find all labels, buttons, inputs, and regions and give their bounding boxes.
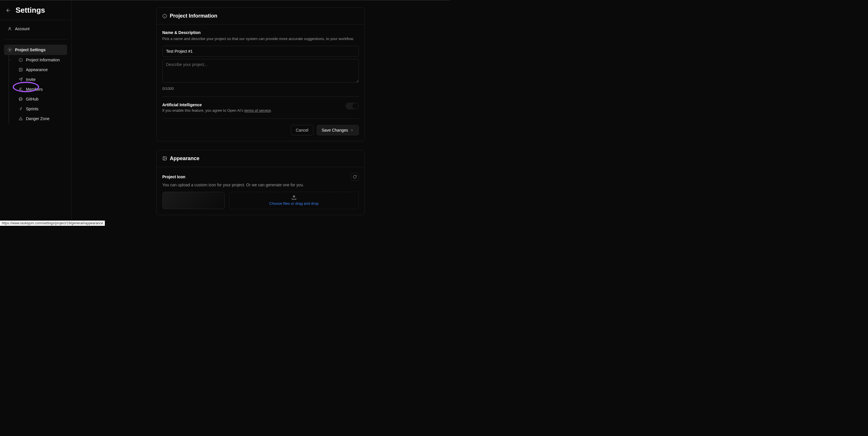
sidebar-item-label: Project Settings	[15, 48, 46, 52]
divider	[4, 39, 67, 39]
refresh-icon	[353, 175, 357, 179]
image-icon	[19, 67, 23, 72]
project-information-panel: Project Information Name & Description P…	[156, 7, 365, 142]
sidebar-sub-label: Sprints	[26, 106, 39, 111]
save-changes-button[interactable]: Save Changes	[317, 125, 359, 135]
regenerate-icon-button[interactable]	[351, 173, 359, 181]
svg-point-9	[163, 158, 164, 158]
upload-icon	[291, 195, 297, 200]
terms-of-service-link[interactable]: terms of service	[245, 108, 271, 113]
char-count: 0/1000	[162, 86, 359, 91]
sidebar-header: Settings	[0, 1, 71, 20]
project-icon-label: Project Icon	[162, 175, 185, 179]
sidebar-sub-label: Danger Zone	[26, 116, 50, 121]
svg-point-0	[9, 27, 10, 29]
svg-point-5	[20, 88, 21, 89]
panel-header: Project Information	[157, 8, 365, 25]
sidebar-sub-label: GitHub	[26, 97, 39, 101]
upload-dropzone[interactable]: Choose files or drag and drop	[229, 192, 359, 209]
sidebar-sub-github[interactable]: GitHub	[4, 94, 67, 104]
panel-title: Appearance	[170, 156, 199, 161]
project-description-textarea[interactable]	[162, 59, 359, 83]
svg-point-4	[20, 69, 21, 69]
status-bar-url: https://www.tasklypm.com/settings/projec…	[0, 221, 105, 226]
project-name-input[interactable]	[162, 46, 359, 57]
ai-toggle[interactable]	[346, 102, 359, 110]
sidebar-item-account[interactable]: Account	[4, 24, 67, 34]
main-content: Project Information Name & Description P…	[71, 1, 450, 226]
info-icon	[19, 58, 23, 62]
sidebar-sub-label: Project Information	[26, 58, 60, 62]
divider	[162, 96, 359, 97]
upload-text: Choose files or drag and drop	[269, 201, 318, 206]
cancel-button[interactable]: Cancel	[291, 125, 313, 135]
ai-label: Artificial Intelligence	[162, 102, 340, 107]
panel-title: Project Information	[170, 13, 217, 19]
chevron-right-icon	[350, 128, 354, 132]
sidebar-sub-sprints[interactable]: Sprints	[4, 104, 67, 114]
sidebar-sub-label: Invite	[26, 77, 35, 82]
svg-point-1	[9, 49, 10, 51]
panel-header: Appearance	[157, 150, 365, 167]
sidebar-sub-members[interactable]: Members	[4, 84, 67, 94]
appearance-panel: Appearance Project Icon You can upload a…	[156, 150, 365, 215]
user-icon	[7, 27, 12, 31]
page-title: Settings	[16, 6, 45, 15]
sidebar-sub-invite[interactable]: Invite	[4, 74, 67, 84]
icon-preview	[162, 192, 225, 209]
sidebar: Settings Account Project Settings Projec…	[0, 1, 71, 226]
warning-icon	[19, 116, 23, 121]
sidebar-sub-danger-zone[interactable]: Danger Zone	[4, 114, 67, 124]
gear-icon	[7, 48, 12, 52]
sidebar-item-project-settings[interactable]: Project Settings	[4, 44, 67, 55]
back-arrow-icon[interactable]	[5, 7, 11, 13]
ai-help-text: If you enable this feature, you agree to…	[162, 108, 340, 113]
sidebar-sub-label: Appearance	[26, 67, 48, 72]
sidebar-sub-label: Members	[26, 87, 42, 92]
name-description-help: Pick a name and describe your project so…	[162, 36, 359, 42]
sidebar-item-label: Account	[15, 27, 30, 31]
users-icon	[19, 87, 23, 92]
sidebar-sub-appearance[interactable]: Appearance	[4, 65, 67, 74]
sidebar-sub-project-information[interactable]: Project Information	[4, 55, 67, 65]
project-icon-help: You can upload a custom icon for your pr…	[162, 183, 359, 187]
divider	[162, 118, 359, 119]
image-icon	[162, 156, 167, 161]
send-icon	[19, 77, 23, 82]
info-icon	[162, 14, 167, 19]
running-icon	[19, 106, 23, 111]
svg-point-6	[21, 107, 22, 108]
name-description-label: Name & Description	[162, 30, 359, 35]
sidebar-nav: Account Project Settings Project Informa…	[0, 20, 71, 226]
github-icon	[19, 97, 23, 101]
